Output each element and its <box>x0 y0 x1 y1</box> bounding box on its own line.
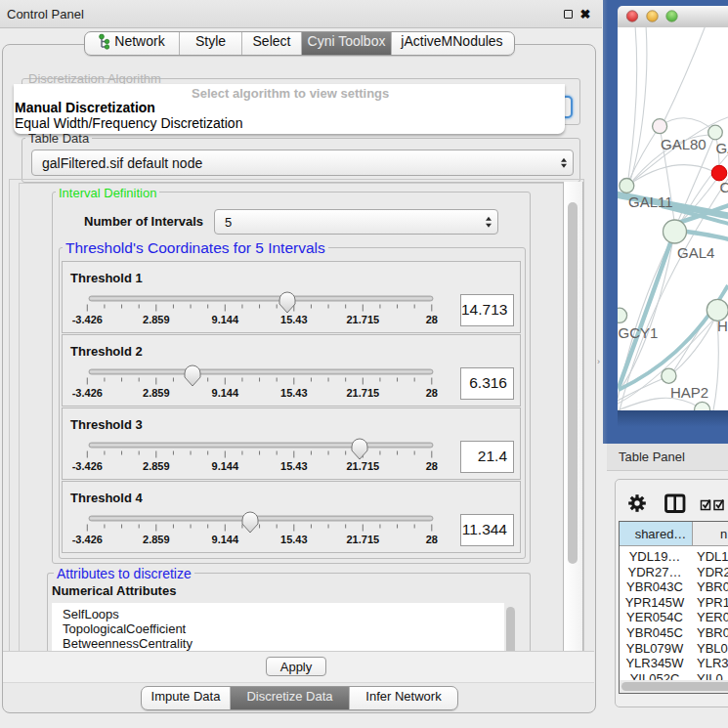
svg-text:21.715: 21.715 <box>346 387 379 399</box>
svg-text:-3.426: -3.426 <box>72 387 103 399</box>
svg-text:C: C <box>720 179 728 195</box>
svg-text:9.144: 9.144 <box>212 314 239 325</box>
svg-text:2.859: 2.859 <box>143 460 170 472</box>
svg-text:2.859: 2.859 <box>143 534 170 545</box>
svg-text:21.715: 21.715 <box>346 534 379 545</box>
svg-text:-3.426: -3.426 <box>72 314 103 325</box>
svg-text:28: 28 <box>426 534 438 545</box>
svg-text:15.43: 15.43 <box>280 460 308 472</box>
svg-text:28: 28 <box>426 460 438 472</box>
svg-text:H: H <box>717 318 728 334</box>
svg-text:2.859: 2.859 <box>143 387 170 399</box>
svg-text:2.859: 2.859 <box>143 314 170 325</box>
svg-text:GAL11: GAL11 <box>628 193 673 210</box>
svg-text:-3.426: -3.426 <box>72 534 103 545</box>
svg-text:28: 28 <box>426 314 438 325</box>
svg-text:15.43: 15.43 <box>280 387 308 399</box>
svg-text:9.144: 9.144 <box>212 534 239 545</box>
svg-text:GA: GA <box>716 140 728 156</box>
svg-text:9.144: 9.144 <box>212 460 239 472</box>
svg-text:HAP2: HAP2 <box>670 384 708 401</box>
svg-text:GCY1: GCY1 <box>619 324 659 341</box>
svg-text:-3.426: -3.426 <box>72 460 103 472</box>
svg-text:15.43: 15.43 <box>280 314 308 325</box>
svg-text:28: 28 <box>426 387 438 399</box>
svg-text:9.144: 9.144 <box>212 387 239 399</box>
svg-text:21.715: 21.715 <box>346 314 379 325</box>
svg-text:21.715: 21.715 <box>346 460 379 472</box>
svg-text:GAL80: GAL80 <box>661 136 707 152</box>
svg-text:15.43: 15.43 <box>280 534 308 545</box>
svg-text:GAL4: GAL4 <box>677 244 714 261</box>
